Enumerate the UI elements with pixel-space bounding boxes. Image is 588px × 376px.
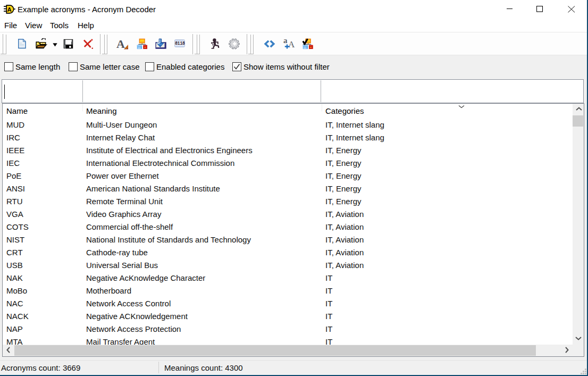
svg-text:A: A [7, 6, 11, 13]
svg-text:8118: 8118 [175, 41, 185, 46]
